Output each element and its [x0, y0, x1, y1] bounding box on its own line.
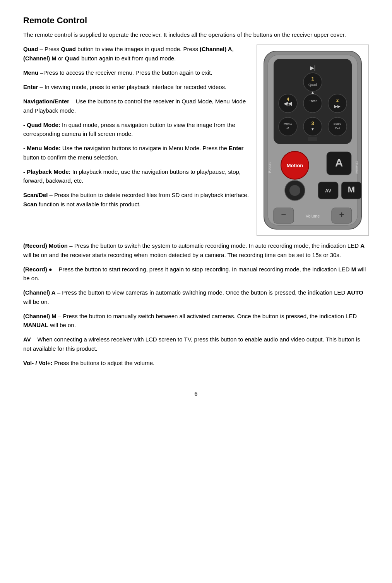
svg-point-12	[328, 94, 347, 113]
svg-text:Del: Del	[335, 127, 340, 130]
svg-text:Channel: Channel	[355, 161, 359, 174]
svg-rect-24	[308, 137, 317, 141]
svg-text:Record: Record	[268, 162, 272, 173]
remote-wrapper: ▶| 1 Quad ◀◀ 4 Enter 2 ▶▶ Menu/	[257, 45, 369, 236]
svg-text:Motion: Motion	[287, 163, 303, 168]
svg-text:1: 1	[311, 76, 314, 82]
svg-text:+: +	[339, 210, 344, 219]
para-channel-m: (Channel) M – Press the button to manual…	[23, 312, 369, 330]
svg-text:2: 2	[336, 98, 339, 103]
svg-text:▶▶: ▶▶	[334, 104, 341, 108]
svg-text:Enter: Enter	[308, 99, 317, 103]
para-enter: Enter – In viewing mode, press to enter …	[23, 82, 249, 91]
page-number: 6	[23, 391, 369, 397]
svg-text:Scan/: Scan/	[334, 122, 342, 125]
para-record-motion: (Record) Motion – Press the button to sw…	[23, 241, 369, 259]
svg-text:−: −	[281, 210, 286, 219]
para-menu: Menu –Press to access the receiver menu.…	[23, 68, 249, 77]
svg-text:Quad: Quad	[308, 83, 317, 87]
svg-text:Menu/: Menu/	[284, 122, 293, 125]
remote-svg: ▶| 1 Quad ◀◀ 4 Enter 2 ▶▶ Menu/	[260, 47, 365, 233]
para-record-dot: (Record) ● – Press the button to start r…	[23, 265, 369, 283]
svg-point-32	[289, 185, 300, 196]
content-area: Quad – Press Quad button to view the ima…	[23, 45, 369, 236]
svg-text:▼: ▼	[311, 127, 315, 131]
svg-point-10	[303, 94, 322, 113]
text-column: Quad – Press Quad button to view the ima…	[23, 45, 249, 214]
para-nav-enter: Navigation/Enter – Use the buttons to co…	[23, 97, 249, 115]
para-quad-mode: - Quad Mode: In quad mode, press a navig…	[23, 120, 249, 139]
svg-text:AV: AV	[325, 188, 331, 194]
para-playback-mode: - Playback Mode: In playback mode, use t…	[23, 167, 249, 185]
svg-text:▲: ▲	[311, 90, 315, 94]
svg-text:Volume: Volume	[306, 214, 320, 218]
svg-text:M: M	[348, 185, 355, 194]
para-av: AV – When connecting a wireless receiver…	[23, 335, 369, 353]
svg-text:◀◀: ◀◀	[286, 103, 291, 107]
para-menu-mode: - Menu Mode: Use the navigation buttons …	[23, 144, 249, 162]
section-below: (Record) Motion – Press the button to sw…	[23, 241, 369, 367]
page-title: Remote Control	[23, 15, 369, 26]
para-vol: Vol- / Vol+: Press the buttons to adjust…	[23, 358, 369, 367]
para-channel-a: (Channel) A – Press the button to view c…	[23, 288, 369, 306]
svg-text:A: A	[335, 157, 343, 169]
para-quad: Quad – Press Quad button to view the ima…	[23, 45, 249, 63]
svg-text:4: 4	[287, 97, 289, 101]
svg-text:↵: ↵	[286, 126, 289, 130]
svg-text:3: 3	[311, 120, 314, 126]
remote-image-column: ▶| 1 Quad ◀◀ 4 Enter 2 ▶▶ Menu/	[257, 45, 369, 236]
intro-text: The remote control is supplied to operat…	[23, 30, 369, 39]
svg-text:▶|: ▶|	[310, 65, 316, 71]
para-scan-del: Scan/Del – Press the button to delete re…	[23, 190, 249, 209]
